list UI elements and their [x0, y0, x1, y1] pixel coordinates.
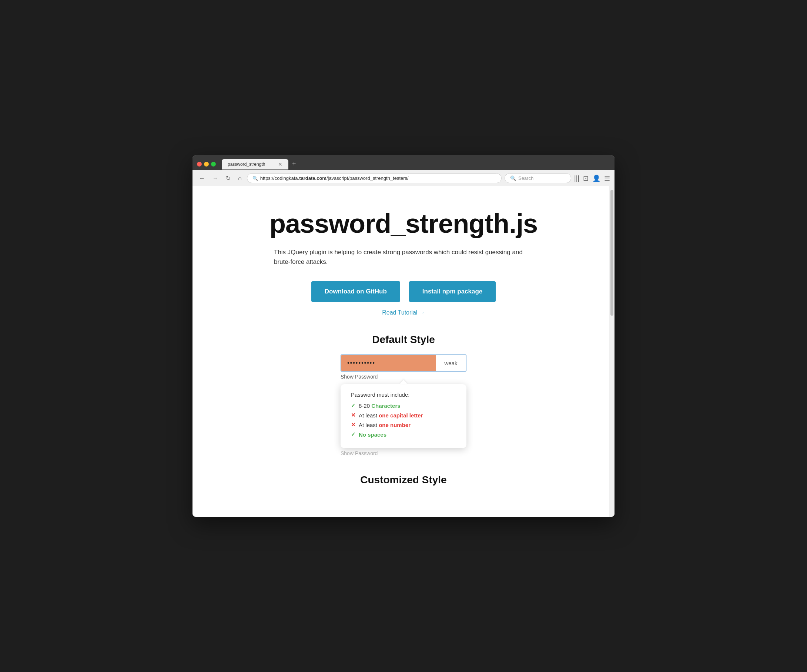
tooltip-title: Password must include:	[351, 392, 456, 398]
reload-button[interactable]: ↻	[224, 173, 233, 183]
search-icon: 🔍	[510, 176, 516, 181]
split-view-icon[interactable]: ⊡	[583, 174, 589, 183]
password-demo: •••••••••• weak Show Password Password m…	[340, 355, 467, 456]
tooltip-item-spaces: ✓ No spaces	[351, 431, 456, 438]
home-button[interactable]: ⌂	[236, 174, 244, 183]
profile-icon[interactable]: 👤	[592, 174, 600, 183]
customized-style-title: Customized Style	[222, 474, 585, 486]
button-row: Download on GitHub Install npm package	[222, 281, 585, 302]
title-bar: password_strength ✕ + ← → ↻ ⌂ 🔍 https://…	[193, 155, 614, 186]
search-bar[interactable]: 🔍 Search	[505, 173, 571, 183]
traffic-lights	[197, 162, 216, 166]
minimize-button[interactable]	[204, 162, 209, 166]
show-password-bottom[interactable]: Show Password	[340, 450, 467, 456]
tab-bar: password_strength ✕ +	[193, 155, 614, 170]
page-title: password_strength.js	[222, 208, 585, 239]
page-description: This JQuery plugin is helping to create …	[274, 247, 533, 266]
x-icon-capital: ✕	[351, 412, 356, 418]
url-bar[interactable]: 🔍 https://codingkata.tardate.com/javascr…	[247, 173, 501, 183]
new-tab-button[interactable]: +	[288, 158, 300, 170]
maximize-button[interactable]	[211, 162, 216, 166]
tooltip-item-number: ✕ At least one number	[351, 421, 456, 428]
scrollbar-thumb[interactable]	[610, 190, 613, 316]
read-tutorial: Read Tutorial →	[222, 309, 585, 316]
back-button[interactable]: ←	[197, 174, 207, 183]
install-npm-button[interactable]: Install npm package	[409, 281, 496, 302]
nav-icons: ||| ⊡ 👤 ☰	[574, 174, 610, 183]
url-text: https://codingkata.tardate.com/javascrip…	[260, 176, 408, 181]
item-capital-text: At least one capital letter	[359, 412, 423, 418]
read-tutorial-link[interactable]: Read Tutorial →	[382, 309, 425, 316]
page-content: password_strength.js This JQuery plugin …	[193, 186, 614, 517]
password-strength-label: weak	[436, 355, 466, 371]
url-lock-icon: 🔍	[252, 176, 258, 181]
nav-bar: ← → ↻ ⌂ 🔍 https://codingkata.tardate.com…	[193, 170, 614, 186]
check-icon-spaces: ✓	[351, 431, 356, 438]
item-characters-text: 8-20 Characters	[359, 403, 400, 409]
forward-button[interactable]: →	[210, 174, 221, 183]
download-github-button[interactable]: Download on GitHub	[311, 281, 400, 302]
tooltip-item-characters: ✓ 8-20 Characters	[351, 402, 456, 409]
customized-style-section: Customized Style	[222, 474, 585, 486]
menu-icon[interactable]: ☰	[604, 174, 610, 183]
default-style-title: Default Style	[222, 334, 585, 346]
password-input-wrapper[interactable]: •••••••••• weak	[340, 355, 467, 372]
scrollbar[interactable]	[609, 186, 614, 517]
password-input[interactable]: ••••••••••	[341, 355, 436, 371]
item-number-text: At least one number	[359, 422, 410, 428]
tab-close-icon[interactable]: ✕	[278, 161, 282, 167]
x-icon-number: ✕	[351, 421, 356, 428]
close-button[interactable]	[197, 162, 202, 166]
show-password-link[interactable]: Show Password	[340, 374, 467, 380]
password-tooltip: Password must include: ✓ 8-20 Characters…	[340, 384, 467, 448]
item-spaces-text: No spaces	[359, 431, 387, 438]
tooltip-item-capital: ✕ At least one capital letter	[351, 412, 456, 418]
tab-title: password_strength	[227, 162, 265, 167]
bookmarks-icon[interactable]: |||	[574, 174, 580, 182]
active-tab[interactable]: password_strength ✕	[222, 159, 288, 169]
tooltip-arrow	[400, 380, 407, 384]
search-placeholder: Search	[518, 176, 533, 181]
check-icon-characters: ✓	[351, 402, 356, 409]
